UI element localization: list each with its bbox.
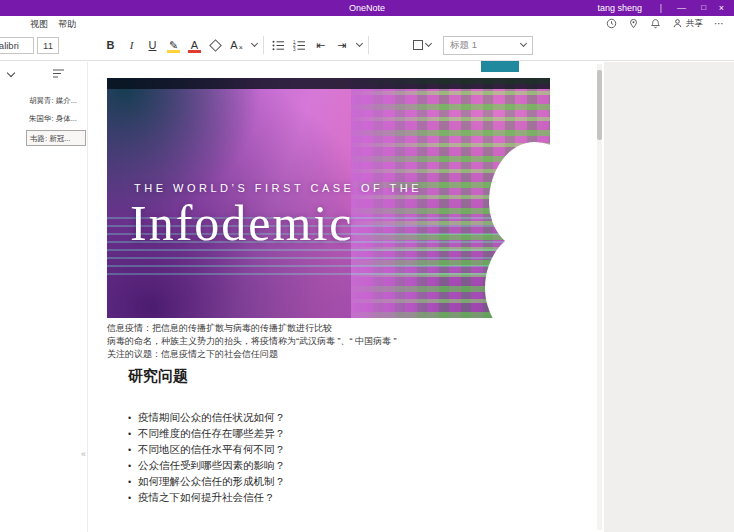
bullet-icon: • <box>128 474 138 490</box>
note-paragraph[interactable]: 关注的议题：信息疫情之下的社会信任问题 <box>107 348 397 361</box>
ribbon: Calibri 11 B I U ✎ A A× 123 ⇤ ⇥ <box>0 30 734 61</box>
chevron-down-icon <box>356 40 363 47</box>
style-combobox[interactable]: 标题 1 <box>443 36 533 55</box>
share-label: 共享 <box>686 18 703 30</box>
ribbon-separator <box>263 36 264 54</box>
account-name[interactable]: tang sheng <box>597 3 642 13</box>
numbered-list-button[interactable]: 123 <box>289 35 310 55</box>
infodemic-slide-image[interactable]: THE WORLD’S FIRST CASE OF THE Infodemic <box>107 78 550 318</box>
bold-button[interactable]: B <box>100 35 121 55</box>
pin-icon[interactable] <box>628 18 639 29</box>
page-list-item[interactable]: 胡翼青: 媒介... <box>26 93 86 109</box>
eraser-button[interactable] <box>205 35 226 55</box>
indent-icon: ⇥ <box>337 39 346 52</box>
numbered-list-icon: 123 <box>293 40 306 51</box>
bell-icon[interactable] <box>650 18 661 29</box>
italic-button[interactable]: I <box>121 35 142 55</box>
sort-filter-icon[interactable] <box>52 68 65 79</box>
chevron-down-icon <box>251 40 258 47</box>
slide-title-text: Infodemic <box>130 194 353 252</box>
svg-text:3: 3 <box>293 47 296 51</box>
list-item[interactable]: •疫情期间公众的信任状况如何？ <box>128 409 285 425</box>
section-heading[interactable]: 研究问题 <box>128 367 188 386</box>
font-size-value: 11 <box>43 40 53 51</box>
todo-tag-button[interactable] <box>413 40 431 50</box>
font-color-button[interactable]: A <box>184 35 205 55</box>
bullet-list-button[interactable] <box>268 35 289 55</box>
question-list: •疫情期间公众的信任状况如何？ •不同维度的信任存在哪些差异？ •不同地区的信任… <box>128 409 285 505</box>
onenote-window: OneNote tang sheng | — □ × 视图 帮助 共享 <box>0 0 734 532</box>
chevron-down-icon <box>425 40 432 47</box>
share-button[interactable]: 共享 <box>672 18 703 30</box>
bullet-icon: • <box>128 442 138 458</box>
notebook-dropdown-icon[interactable] <box>7 69 15 77</box>
bullet-list-icon <box>272 40 285 51</box>
image-top-bar <box>107 78 550 89</box>
more-options-icon[interactable]: ⋯ <box>714 19 724 29</box>
page-list-item-selected[interactable]: 韦路: 新冠... <box>26 130 86 146</box>
underline-button[interactable]: U <box>142 35 163 55</box>
vertical-scrollbar[interactable] <box>597 64 602 530</box>
page-list-panel: 胡翼青: 媒介... 朱国华: 身体... 韦路: 新冠... <box>0 62 88 532</box>
list-item[interactable]: •疫情之下如何提升社会信任？ <box>128 489 285 505</box>
outdent-icon: ⇤ <box>316 39 325 52</box>
font-size-combobox[interactable]: 11 <box>37 37 59 54</box>
bullet-icon: • <box>128 426 138 442</box>
app-title: OneNote <box>349 3 385 13</box>
style-value: 标题 1 <box>450 39 477 52</box>
bullet-icon: • <box>128 490 138 506</box>
highlighter-icon: ✎ <box>169 39 178 52</box>
ribbon-separator <box>368 36 369 54</box>
close-button[interactable]: × <box>719 3 724 13</box>
note-canvas[interactable]: THE WORLD’S FIRST CASE OF THE Infodemic … <box>88 62 604 532</box>
checkbox-icon <box>413 40 423 50</box>
list-item[interactable]: •不同维度的信任存在哪些差异？ <box>128 425 285 441</box>
maximize-button[interactable]: □ <box>701 3 706 12</box>
menubar: 视图 帮助 共享 ⋯ <box>0 16 734 30</box>
outdent-button[interactable]: ⇤ <box>310 35 331 55</box>
note-paragraph[interactable]: 病毒的命名，种族主义势力的抬头，将疫情称为“武汉病毒 ”、“ 中国病毒 ” <box>107 335 397 348</box>
chevron-down-icon <box>520 40 527 47</box>
bullet-icon: • <box>128 410 138 426</box>
right-gutter <box>604 62 734 532</box>
eraser-icon <box>209 39 222 52</box>
bullet-icon: • <box>128 458 138 474</box>
page-list-item[interactable]: 朱国华: 身体... <box>26 111 86 127</box>
titlebar: OneNote tang sheng | — □ × <box>0 0 734 16</box>
style-color-swatch <box>481 61 519 72</box>
paragraph-handle[interactable]: « <box>81 449 85 459</box>
person-icon <box>672 18 683 29</box>
indent-button[interactable]: ⇥ <box>331 35 352 55</box>
note-paragraph[interactable]: 信息疫情：把信息的传播扩散与病毒的传播扩散进行比较 <box>107 322 397 335</box>
list-item[interactable]: •如何理解公众信任的形成机制？ <box>128 473 285 489</box>
note-paragraphs: 信息疫情：把信息的传播扩散与病毒的传播扩散进行比较 病毒的命名，种族主义势力的抬… <box>107 322 397 361</box>
font-name-value: Calibri <box>0 40 19 51</box>
list-dropdown-button[interactable] <box>352 35 364 55</box>
font-name-combobox[interactable]: Calibri <box>0 37 34 54</box>
scrollbar-thumb[interactable] <box>597 70 602 140</box>
format-dropdown-button[interactable] <box>247 35 259 55</box>
minimize-button[interactable]: — <box>677 3 686 13</box>
clock-icon[interactable] <box>606 18 617 29</box>
titlebar-divider: | <box>660 3 662 13</box>
list-item[interactable]: •不同地区的信任水平有何不同？ <box>128 441 285 457</box>
list-item[interactable]: •公众信任受到哪些因素的影响？ <box>128 457 285 473</box>
slide-kicker-text: THE WORLD’S FIRST CASE OF THE <box>134 182 422 194</box>
highlighter-button[interactable]: ✎ <box>163 35 184 55</box>
clear-formatting-button[interactable]: A× <box>226 35 247 55</box>
